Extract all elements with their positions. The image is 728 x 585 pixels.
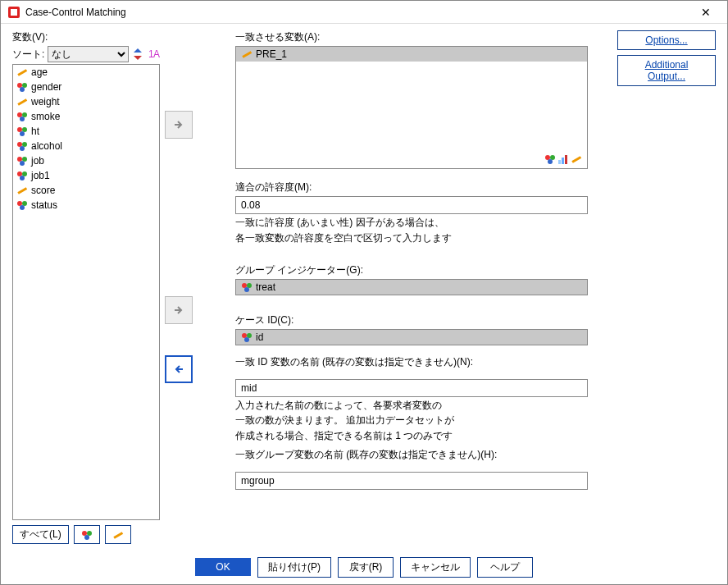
- svg-point-32: [84, 535, 89, 540]
- reset-button[interactable]: 戻す(R): [338, 557, 394, 578]
- svg-point-13: [20, 117, 25, 121]
- svg-rect-40: [565, 155, 567, 164]
- svg-point-17: [17, 142, 22, 147]
- svg-point-45: [242, 333, 247, 338]
- svg-point-42: [242, 283, 247, 288]
- svg-rect-41: [571, 156, 581, 163]
- svg-point-7: [17, 83, 22, 88]
- variable-item[interactable]: alcohol: [13, 139, 159, 153]
- svg-point-14: [17, 127, 22, 132]
- svg-point-30: [82, 531, 87, 536]
- select-all-button[interactable]: すべて(L): [12, 525, 69, 544]
- match-group-label: 一致グループ変数の名前 (既存の変数は指定できません)(H):: [235, 448, 588, 462]
- title-bar: Case-Control Matching ✕: [1, 1, 727, 24]
- filter-scale-button[interactable]: [105, 525, 131, 544]
- svg-rect-10: [17, 98, 27, 106]
- variable-item[interactable]: weight: [13, 94, 159, 109]
- variable-item[interactable]: ht: [13, 124, 159, 139]
- move-to-match-button[interactable]: [165, 111, 193, 139]
- ok-button[interactable]: OK: [195, 558, 251, 576]
- group-indicator-box[interactable]: treat: [235, 279, 588, 295]
- svg-point-47: [244, 337, 249, 342]
- variable-item[interactable]: job: [13, 153, 159, 168]
- button-bar: OK 貼り付け(P) 戻す(R) キャンセル ヘルプ: [1, 555, 727, 584]
- svg-point-11: [17, 112, 22, 117]
- filter-nominal-button[interactable]: [74, 525, 100, 544]
- mid-help2: 一致の数が決まります。 追加出力データセットが: [235, 414, 588, 427]
- window-title: Case-Control Matching: [25, 7, 691, 18]
- svg-point-27: [17, 201, 22, 206]
- svg-point-23: [17, 171, 22, 176]
- sort-select[interactable]: なし: [48, 46, 129, 62]
- case-id-value: id: [256, 331, 263, 343]
- variable-item[interactable]: job1: [13, 168, 159, 183]
- tolerance-label: 適合の許容度(M):: [235, 181, 588, 194]
- match-var-item[interactable]: PRE_1: [236, 47, 587, 62]
- match-vars-label: 一致させる変数(A):: [235, 30, 588, 44]
- svg-point-12: [22, 112, 27, 117]
- svg-point-36: [550, 155, 555, 160]
- svg-rect-34: [242, 51, 252, 58]
- sort-updown-icon[interactable]: [132, 48, 143, 61]
- svg-rect-38: [558, 160, 561, 164]
- case-id-box[interactable]: id: [235, 329, 588, 345]
- svg-point-28: [22, 201, 27, 206]
- additional-output-button[interactable]: Additional Output...: [617, 55, 716, 86]
- svg-point-44: [244, 287, 249, 292]
- variables-label: 変数(V):: [12, 30, 160, 44]
- svg-point-46: [247, 333, 252, 338]
- svg-rect-33: [113, 532, 123, 539]
- svg-point-43: [247, 283, 252, 288]
- svg-point-37: [548, 159, 553, 164]
- variable-item[interactable]: score: [13, 183, 159, 198]
- tolerance-input[interactable]: [235, 196, 588, 214]
- svg-point-16: [20, 131, 25, 136]
- svg-text:A: A: [153, 48, 160, 60]
- move-to-caseid-button[interactable]: [165, 355, 193, 383]
- svg-point-31: [87, 531, 92, 536]
- svg-rect-6: [17, 69, 27, 76]
- app-icon: [7, 6, 20, 19]
- svg-point-18: [22, 142, 27, 147]
- mid-help1: 入力された名前の数によって、各要求者変数の: [235, 399, 588, 413]
- match-id-input[interactable]: [235, 379, 588, 397]
- mid-help3: 作成される場合、指定できる名前は 1 つのみです: [235, 429, 588, 443]
- match-group-input[interactable]: [235, 472, 588, 490]
- tolerance-help1: 一致に許容度 (あいまい性) 因子がある場合は、: [235, 216, 588, 230]
- svg-point-21: [22, 157, 27, 162]
- move-to-group-button[interactable]: [165, 296, 193, 324]
- cancel-button[interactable]: キャンセル: [400, 557, 471, 578]
- variable-item[interactable]: gender: [13, 80, 159, 94]
- svg-point-19: [20, 146, 25, 151]
- svg-point-9: [20, 87, 25, 92]
- svg-point-20: [17, 157, 22, 162]
- type-icons: [544, 153, 582, 165]
- close-button[interactable]: ✕: [691, 6, 721, 19]
- variable-item[interactable]: smoke: [13, 109, 159, 124]
- sort-label: ソート:: [12, 48, 44, 62]
- svg-point-22: [20, 161, 25, 166]
- svg-rect-1: [11, 9, 17, 16]
- match-var-name: PRE_1: [256, 48, 287, 60]
- group-indicator-label: グループ インジケーター(G):: [235, 263, 588, 277]
- svg-point-15: [22, 127, 27, 132]
- match-vars-box[interactable]: PRE_1: [235, 46, 588, 169]
- tolerance-help2: 各一致変数の許容度を空白で区切って入力します: [235, 231, 588, 245]
- svg-point-25: [20, 176, 25, 181]
- svg-point-35: [545, 155, 550, 160]
- match-id-label: 一致 ID 変数の名前 (既存の変数は指定できません)(N):: [235, 355, 588, 369]
- svg-rect-26: [17, 187, 27, 194]
- help-button[interactable]: ヘルプ: [477, 557, 533, 578]
- sort-alpha-icon[interactable]: 1A: [147, 48, 160, 61]
- variable-item[interactable]: age: [13, 65, 159, 80]
- group-indicator-value: treat: [256, 281, 275, 293]
- svg-point-8: [22, 83, 27, 88]
- paste-button[interactable]: 貼り付け(P): [257, 557, 331, 578]
- case-id-label: ケース ID(C):: [235, 313, 588, 327]
- variable-list[interactable]: agegenderweightsmokehtalcoholjobjob1scor…: [12, 64, 160, 520]
- svg-rect-39: [562, 158, 564, 164]
- variable-item[interactable]: status: [13, 198, 159, 213]
- options-button[interactable]: Options...: [617, 30, 716, 50]
- svg-point-24: [22, 171, 27, 176]
- svg-marker-2: [134, 48, 142, 53]
